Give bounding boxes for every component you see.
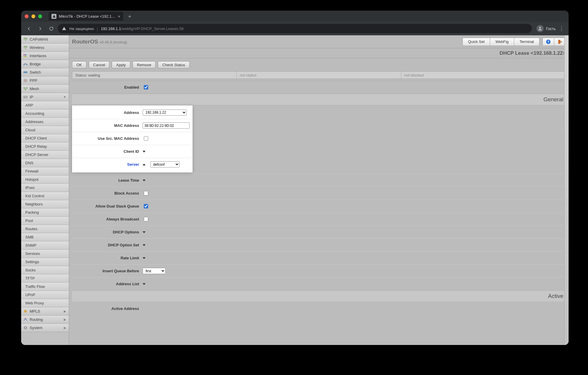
label-mac: MAC Address — [72, 123, 143, 128]
sidebar-item-upnp[interactable]: UPnP — [21, 291, 69, 299]
sidebar-item-routing[interactable]: Routing▶ — [21, 316, 69, 324]
sidebar-item-label: Mesh — [30, 87, 67, 91]
apply-button[interactable]: Apply — [112, 61, 130, 68]
sidebar-item-snmp[interactable]: SNMP — [21, 241, 69, 250]
sidebar-item-addresses[interactable]: Addresses — [21, 118, 69, 126]
collapse-server-icon[interactable] — [143, 164, 146, 165]
sidebar-item-system[interactable]: System▶ — [21, 324, 69, 332]
sidebar-item-hotspot[interactable]: Hotspot — [21, 175, 69, 184]
sidebar-item-mpls[interactable]: MPLS▶ — [21, 307, 69, 316]
sidebar-item-services[interactable]: Services — [21, 250, 69, 258]
quickset-button[interactable]: Quick Set — [462, 38, 490, 46]
label-address-list: Address List — [72, 282, 143, 286]
new-tab-button[interactable]: ＋ — [126, 12, 134, 20]
sidebar-item-label: CAPsMAN — [30, 37, 67, 42]
sidebar-item-firewall[interactable]: Firewall — [21, 167, 69, 175]
svg-text:?: ? — [547, 40, 549, 43]
sidebar-item-pool[interactable]: Pool — [21, 217, 69, 225]
sidebar-item-wireless[interactable]: Wireless — [21, 44, 69, 52]
sidebar-item-label: IP — [30, 95, 61, 99]
address-bar[interactable]: Не защищено | 192.168.1.1/webfig/#IP:DHC… — [58, 24, 532, 33]
sidebar-item-ip[interactable]: 255IP▼ — [21, 93, 69, 101]
sidebar-item-dns[interactable]: DNS — [21, 159, 69, 167]
minimize-window-icon[interactable] — [31, 14, 35, 18]
tab-close-icon[interactable]: × — [118, 14, 121, 19]
sidebar-item-label: Addresses — [25, 120, 67, 124]
expand-dhcp-option-set-icon[interactable] — [143, 244, 146, 246]
sidebar-item-traffic-flow[interactable]: Traffic Flow — [21, 283, 69, 291]
input-always-broadcast[interactable] — [144, 217, 148, 221]
input-address[interactable]: 192.168.1.22 — [143, 109, 187, 116]
expand-address-list-icon[interactable] — [143, 283, 146, 285]
profile-button[interactable]: Гость — [537, 25, 556, 32]
sidebar-item-tftp[interactable]: TFTP — [21, 274, 69, 283]
expand-lease-time-icon[interactable] — [143, 180, 146, 181]
help-button[interactable]: ? — [542, 38, 554, 46]
browser-tab[interactable]: MikroTik - DHCP Lease <192.1… × — [49, 12, 123, 21]
sidebar-item-neighbors[interactable]: Neighbors — [21, 200, 69, 208]
check-status-button[interactable]: Check Status — [158, 61, 189, 68]
status-blocked: not blocked — [401, 72, 565, 79]
svg-text:255: 255 — [24, 96, 27, 98]
sidebar-item-settings[interactable]: Settings — [21, 258, 69, 266]
maximize-window-icon[interactable] — [38, 14, 42, 18]
sidebar-item-ipsec[interactable]: IPsec — [21, 184, 69, 192]
row-dual-stack: Allow Dual Stack Queue — [72, 200, 566, 213]
sidebar-item-dhcp-client[interactable]: DHCP Client — [21, 134, 69, 142]
sidebar-item-mesh[interactable]: Mesh — [21, 85, 69, 93]
sidebar-item-switch[interactable]: Switch — [21, 68, 69, 77]
sidebar-item-packing[interactable]: Packing — [21, 208, 69, 217]
label-address: Address — [72, 110, 143, 115]
sidebar-item-bridge[interactable]: Bridge — [21, 60, 69, 68]
input-use-src-mac[interactable] — [144, 136, 148, 141]
sidebar-item-accounting[interactable]: Accounting — [21, 109, 69, 118]
input-block-access[interactable] — [144, 191, 148, 195]
svg-rect-2 — [25, 48, 26, 49]
cancel-button[interactable]: Cancel — [89, 61, 109, 68]
sidebar-item-dhcp-server[interactable]: DHCP Server — [21, 151, 69, 159]
input-server[interactable]: defconf — [150, 161, 180, 167]
label-dual-stack: Allow Dual Stack Queue — [72, 204, 143, 208]
sidebar-item-socks[interactable]: Socks — [21, 266, 69, 274]
label-rate-limit: Rate Limit — [72, 256, 143, 260]
terminal-button[interactable]: Terminal — [514, 38, 539, 46]
sidebar-item-dhcp-relay[interactable]: DHCP Relay — [21, 142, 69, 151]
top-buttons: Quick Set WebFig Terminal ? — [462, 38, 566, 46]
sidebar-item-capsman[interactable]: CAPsMAN — [21, 35, 69, 44]
remove-button[interactable]: Remove — [133, 61, 156, 68]
close-window-icon[interactable] — [25, 14, 29, 18]
row-use-src-mac: Use Src. MAC Address — [72, 132, 193, 145]
page-content: CAPsMANWirelessInterfacesBridgeSwitchPPP… — [21, 35, 569, 345]
sidebar-item-label: Traffic Flow — [25, 284, 67, 289]
expand-dhcp-options-icon[interactable] — [143, 231, 146, 233]
input-mac[interactable] — [143, 122, 190, 129]
mpls-icon — [23, 309, 28, 313]
sidebar-item-interfaces[interactable]: Interfaces — [21, 52, 69, 60]
sidebar-item-routes[interactable]: Routes — [21, 225, 69, 233]
sidebar-item-smb[interactable]: SMB — [21, 233, 69, 241]
menu-button[interactable]: ⋮ — [557, 25, 566, 32]
forward-button[interactable] — [35, 24, 45, 33]
input-insert-queue[interactable]: first — [143, 268, 166, 274]
reload-button[interactable] — [46, 24, 56, 33]
sidebar-item-web-proxy[interactable]: Web Proxy — [21, 299, 69, 307]
sidebar-item-label: Firewall — [25, 169, 67, 173]
sidebar-item-ppp[interactable]: PPP — [21, 77, 69, 85]
window-controls — [25, 14, 42, 18]
scrollbar[interactable] — [564, 35, 569, 345]
svg-point-20 — [24, 310, 27, 313]
sidebar-item-label: DNS — [25, 161, 67, 165]
row-block-access: Block Access — [72, 187, 566, 200]
expand-client-id-icon[interactable] — [143, 151, 146, 152]
ok-button[interactable]: OK — [72, 61, 86, 68]
back-button[interactable] — [24, 24, 34, 33]
row-enabled: Enabled — [72, 81, 566, 94]
input-dual-stack[interactable] — [144, 204, 148, 208]
sidebar-item-cloud[interactable]: Cloud — [21, 126, 69, 134]
webfig-button[interactable]: WebFig — [490, 38, 514, 46]
brand: RouterOS v6.46.6 (testing) — [72, 39, 127, 45]
expand-rate-limit-icon[interactable] — [143, 257, 146, 259]
sidebar-item-kid-control[interactable]: Kid Control — [21, 192, 69, 200]
sidebar-item-arp[interactable]: ARP — [21, 101, 69, 109]
input-enabled[interactable] — [144, 85, 148, 89]
